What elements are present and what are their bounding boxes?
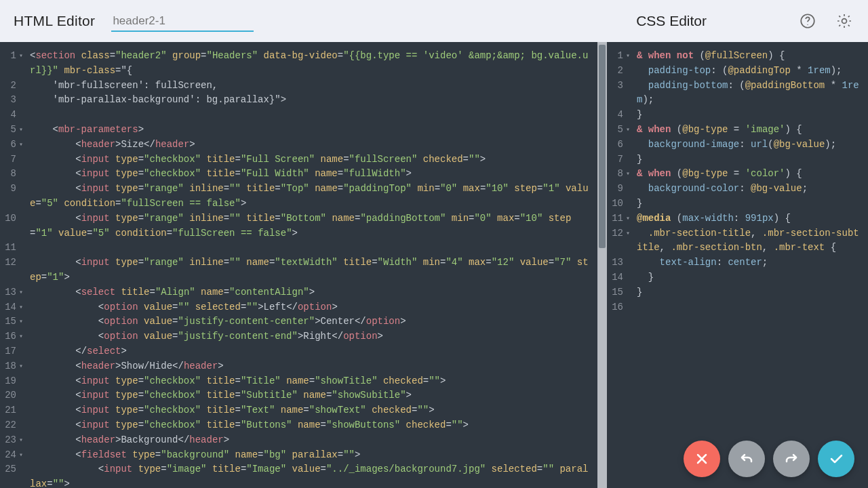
undo-button[interactable] bbox=[728, 441, 765, 477]
action-buttons bbox=[684, 441, 854, 477]
css-pane[interactable]: 12345678910111213141516 & when not (@ful… bbox=[607, 42, 868, 488]
css-code[interactable]: & when not (@fullScreen) { padding-top: … bbox=[627, 42, 868, 488]
accept-button[interactable] bbox=[818, 441, 854, 477]
editors-row: 1234567891011121314151617181920212223242… bbox=[0, 42, 868, 488]
close-button[interactable] bbox=[684, 441, 720, 477]
html-gutter: 1234567891011121314151617181920212223242… bbox=[0, 42, 20, 488]
close-icon bbox=[694, 451, 710, 467]
scrollbar[interactable] bbox=[597, 42, 607, 488]
toolbar: HTML Editor CSS Editor bbox=[0, 0, 868, 42]
redo-button[interactable] bbox=[773, 441, 810, 477]
help-icon[interactable] bbox=[797, 11, 818, 31]
svg-point-2 bbox=[842, 19, 847, 24]
redo-icon bbox=[783, 451, 800, 467]
html-editor-title: HTML Editor bbox=[14, 13, 95, 29]
undo-icon bbox=[738, 451, 755, 467]
css-editor-title: CSS Editor bbox=[636, 13, 707, 29]
css-gutter: 12345678910111213141516 bbox=[607, 42, 627, 488]
gear-icon[interactable] bbox=[834, 11, 854, 31]
block-name-input[interactable] bbox=[111, 10, 254, 32]
check-icon bbox=[828, 451, 844, 467]
svg-point-1 bbox=[807, 24, 808, 25]
html-code[interactable]: <section class="header2" group="Headers"… bbox=[20, 42, 597, 488]
html-pane[interactable]: 1234567891011121314151617181920212223242… bbox=[0, 42, 607, 488]
